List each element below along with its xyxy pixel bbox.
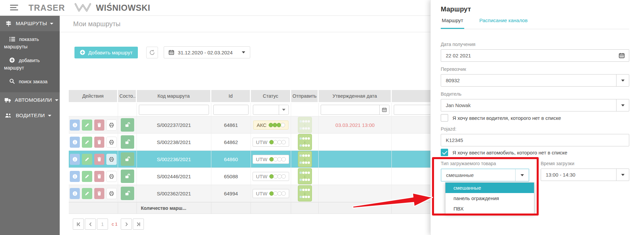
routes-count-label: Количество марш... (137, 202, 211, 214)
dropdown-option-fence-panel[interactable]: панель ограждения (445, 193, 534, 203)
carrier-value: 80932 (441, 78, 616, 83)
filter-id-input[interactable] (213, 105, 249, 115)
chevron-down-icon[interactable] (616, 99, 629, 111)
unlock-button[interactable] (121, 118, 134, 132)
load-time-select[interactable]: 13:00 - 14:30 (541, 169, 629, 181)
info-button[interactable] (70, 188, 80, 199)
sidebar-item-drivers[interactable]: ВОДИТЕЛИ (0, 108, 60, 123)
driver-group: Водитель Jan Nowak (441, 91, 629, 111)
date-range-picker[interactable]: 31.12.2020 - 02.03.2024 (164, 46, 250, 58)
send-button[interactable]: ↓ (298, 117, 312, 133)
sidebar-item-add-route[interactable]: добавить маршрут (0, 54, 60, 75)
approved-date-cell (319, 134, 392, 151)
route-id-cell: 64862 (211, 134, 251, 151)
receive-date-label: Дата получения (441, 42, 629, 47)
goods-type-value: смешанные (441, 172, 515, 178)
status-badge: UTW (253, 189, 289, 198)
send-button[interactable]: ↓ (298, 168, 312, 184)
manual-driver-checkline: Я хочу ввести водителя, которого нет в с… (441, 114, 629, 122)
load-time-label: Время загрузки (541, 161, 629, 167)
goods-type-group: Тип загружаемого товара смешанные смешан… (441, 161, 529, 182)
col-state: Состо... (118, 90, 137, 103)
print-button[interactable] (106, 171, 117, 182)
print-button[interactable] (106, 154, 117, 165)
filter-route-code-input[interactable] (139, 105, 209, 115)
load-time-value: 13:00 - 14:30 (541, 172, 616, 178)
delete-button[interactable] (94, 171, 104, 182)
print-button[interactable] (106, 120, 117, 131)
unlock-button[interactable] (121, 187, 134, 200)
chevron-down-icon (242, 51, 245, 53)
delete-button[interactable] (94, 188, 104, 199)
dropdown-option-mixed[interactable]: смешанные (445, 183, 534, 193)
receive-date-input[interactable] (441, 53, 614, 58)
print-button[interactable] (106, 188, 117, 199)
tab-channel-schedule[interactable]: Расписание каналов (478, 17, 529, 29)
plus-circle-icon (80, 50, 85, 55)
edit-button[interactable] (82, 137, 92, 148)
info-button[interactable] (70, 171, 80, 182)
vehicle-field (441, 134, 629, 146)
delete-button[interactable] (94, 120, 104, 131)
truck-icon (4, 98, 11, 103)
print-button[interactable] (106, 137, 117, 148)
dropdown-option-pvc[interactable]: ПВХ (445, 203, 534, 214)
info-button[interactable] (70, 137, 80, 148)
users-icon (4, 113, 12, 118)
edit-button[interactable] (82, 188, 92, 199)
page-info: с 1 (112, 222, 117, 227)
edit-button[interactable] (82, 154, 92, 165)
sidebar-item-routes[interactable]: МАРШРУТЫ (0, 16, 60, 31)
chevron-down-icon[interactable] (616, 75, 629, 86)
calendar-icon[interactable] (379, 105, 389, 114)
send-button[interactable]: ↓ (298, 185, 312, 201)
chevron-down-icon[interactable] (515, 169, 529, 181)
edit-button[interactable] (82, 171, 92, 182)
sidebar-item-label: МАРШРУТЫ (16, 20, 47, 27)
info-button[interactable] (70, 120, 80, 131)
route-code-cell: S/002236/2021 (137, 151, 211, 168)
send-button[interactable]: ↓ (298, 151, 312, 167)
filter-approved-date[interactable] (321, 105, 389, 115)
refresh-button[interactable] (146, 47, 158, 58)
sidebar-item-show-routes[interactable]: показать маршруты (0, 33, 60, 54)
page-number-box[interactable]: 1 (97, 219, 108, 230)
add-route-button[interactable]: Добавить маршрут (74, 47, 138, 58)
goods-type-dropdown-list: смешанные панель ограждения ПВХ (445, 182, 534, 214)
last-page-button[interactable] (133, 219, 144, 230)
unlock-button[interactable] (121, 170, 134, 183)
calendar-icon (169, 50, 174, 55)
page-title: Мои маршруты (73, 20, 120, 28)
menu-icon[interactable] (10, 5, 19, 12)
first-page-button[interactable] (73, 219, 84, 230)
unlock-button[interactable] (121, 135, 134, 149)
manual-driver-checkbox[interactable] (441, 114, 448, 122)
arrow-down-icon: ↓ (304, 123, 306, 127)
goods-type-combobox[interactable]: смешанные (441, 169, 529, 182)
calendar-icon[interactable] (614, 50, 629, 61)
route-id-cell: 64994 (211, 185, 251, 202)
vehicle-input[interactable] (441, 137, 629, 143)
next-page-button[interactable] (121, 219, 132, 230)
col-status: Статус (251, 90, 291, 103)
sidebar-item-order-search[interactable]: поиск заказа (0, 75, 60, 88)
chevron-down-icon[interactable] (616, 169, 629, 181)
filter-status-select[interactable] (253, 105, 289, 115)
tab-route[interactable]: Маршрут (441, 17, 464, 29)
delete-button[interactable] (94, 137, 104, 148)
send-button[interactable]: ↓ (298, 134, 312, 150)
sidebar-item-vehicles[interactable]: АВТОМОБИЛИ (0, 92, 60, 108)
driver-select[interactable]: Jan Nowak (441, 99, 629, 111)
unlock-button[interactable] (121, 152, 134, 166)
vehicle-label: Pojazd: (441, 126, 629, 132)
edit-button[interactable] (82, 120, 92, 131)
info-button[interactable] (70, 154, 80, 165)
list-icon (9, 37, 15, 42)
chevron-down-icon (48, 115, 51, 116)
delete-button[interactable] (94, 154, 104, 165)
chevron-down-icon[interactable] (279, 105, 288, 114)
manual-vehicle-checkbox[interactable] (441, 149, 448, 156)
carrier-select[interactable]: 80932 (441, 74, 629, 87)
prev-page-button[interactable] (85, 219, 96, 230)
col-id: Id (211, 90, 251, 103)
